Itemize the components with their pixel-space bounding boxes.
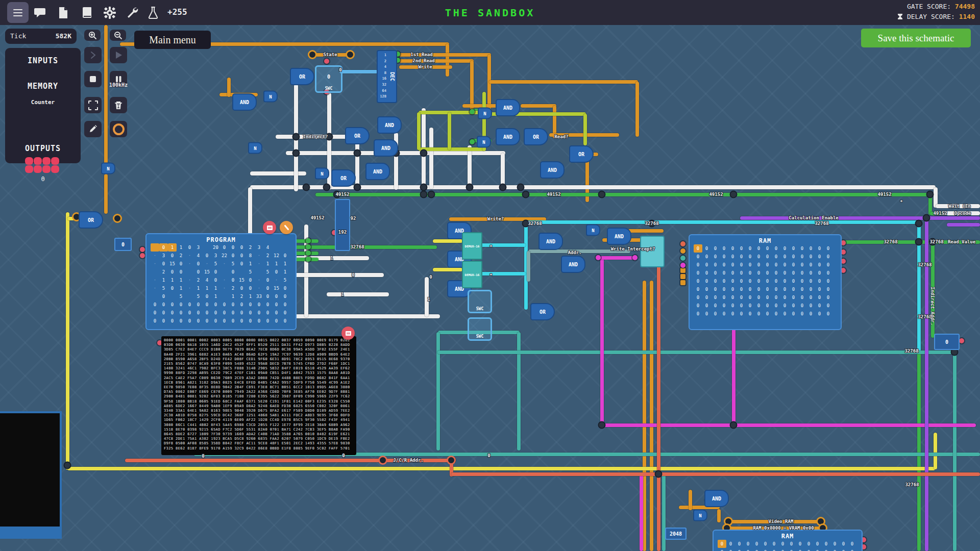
wire-orange[interactable] xyxy=(470,61,474,110)
chat-icon[interactable] xyxy=(32,4,49,21)
file-icon[interactable] xyxy=(55,4,72,21)
wire-white[interactable] xyxy=(429,128,433,189)
counter-component[interactable] xyxy=(25,157,61,173)
tick-counter[interactable]: Tick 582K xyxy=(5,29,77,44)
wire-salmon[interactable] xyxy=(657,262,660,551)
book-icon[interactable] xyxy=(79,4,96,21)
wire-yellow[interactable] xyxy=(433,239,462,243)
zoom-out-button[interactable] xyxy=(110,30,126,41)
wire-lime[interactable] xyxy=(448,112,451,150)
delete-button[interactable] xyxy=(110,97,127,113)
gate-and[interactable]: AND xyxy=(496,99,520,116)
console-screen[interactable] xyxy=(0,411,62,539)
stop-button[interactable] xyxy=(84,71,102,87)
gate-or[interactable]: OR xyxy=(569,145,594,163)
gate-or[interactable]: OR xyxy=(290,68,314,85)
select-tool-button[interactable] xyxy=(84,97,102,113)
write-intercept-component[interactable] xyxy=(640,236,665,267)
wire-yellow[interactable] xyxy=(67,467,935,470)
wire-orange[interactable] xyxy=(521,104,556,108)
gate-not-icon[interactable]: N xyxy=(477,136,491,148)
wire-teal[interactable] xyxy=(436,332,440,450)
wire-cyan[interactable] xyxy=(524,220,920,224)
wire-white[interactable] xyxy=(250,185,936,189)
value-box[interactable]: 0 xyxy=(934,334,960,350)
wire-orange[interactable] xyxy=(568,133,619,137)
gate-or[interactable]: OR xyxy=(79,211,103,229)
wire-white[interactable] xyxy=(286,273,384,277)
edit-tool-button[interactable] xyxy=(84,121,102,137)
wire-green[interactable] xyxy=(315,193,930,196)
value-box[interactable]: 0 xyxy=(114,238,132,251)
wire-purple[interactable] xyxy=(925,218,928,551)
sidebar-item-memory[interactable]: MEMORY xyxy=(5,82,81,91)
hex-memory-panel[interactable]: 0000 0001 0001 0002 0003 0005 0008 000D … xyxy=(161,336,356,455)
wire-purple[interactable] xyxy=(947,223,980,227)
wire-teal[interactable] xyxy=(517,332,521,450)
gate-and[interactable]: AND xyxy=(496,128,520,145)
gate-and[interactable]: AND xyxy=(374,139,398,157)
wire-orange[interactable] xyxy=(104,174,108,214)
wire-magenta[interactable] xyxy=(600,256,635,260)
wire-white[interactable] xyxy=(468,145,472,189)
video-ram-panel[interactable]: RAM00000000000000000000000000000000 xyxy=(713,530,863,551)
wire-teal[interactable] xyxy=(662,474,666,551)
wire-magenta[interactable] xyxy=(600,258,604,426)
wire-slate[interactable] xyxy=(527,251,530,282)
loop-tool-button[interactable] xyxy=(110,121,127,137)
gate-and[interactable]: AND xyxy=(561,256,585,273)
decoder-component[interactable]: 1248163264128DEC xyxy=(377,50,397,103)
gate-not-icon[interactable]: N xyxy=(248,142,262,154)
demux-component[interactable]: DEMUX-16 xyxy=(462,261,482,288)
demux-component[interactable]: DEMUX-16 xyxy=(462,232,482,260)
wire-yellow[interactable] xyxy=(934,433,937,469)
switch-component[interactable]: SWC xyxy=(468,317,492,341)
ram-panel[interactable]: RAM0000000000000000000000000000000000000… xyxy=(689,234,842,330)
wire-teal[interactable] xyxy=(953,349,957,551)
wire-purple[interactable] xyxy=(740,216,980,220)
sidebar-item-outputs[interactable]: OUTPUTS xyxy=(5,144,81,153)
circuit-canvas[interactable]: ANDANDANDANDANDANDANDANDANDANDANDANDANDA… xyxy=(0,25,980,551)
value-box[interactable] xyxy=(335,199,350,251)
step-button[interactable] xyxy=(84,47,102,63)
switch-component[interactable]: 0SWC xyxy=(315,65,342,93)
wire-cyan[interactable] xyxy=(479,243,526,247)
wire-salmon[interactable] xyxy=(451,472,980,476)
wire-orange[interactable] xyxy=(489,80,638,84)
gate-and[interactable]: AND xyxy=(232,93,257,111)
wire-blue_light[interactable] xyxy=(339,70,378,73)
wire-orange[interactable] xyxy=(462,104,498,108)
gate-not-icon[interactable]: N xyxy=(263,91,278,103)
gate-or[interactable]: OR xyxy=(530,303,555,320)
wire-lime[interactable] xyxy=(417,112,421,150)
gate-or[interactable]: OR xyxy=(345,127,370,144)
wire-orange[interactable] xyxy=(650,281,653,551)
wire-orange[interactable] xyxy=(689,490,692,510)
wire-orange[interactable] xyxy=(104,25,108,164)
wire-yellow[interactable] xyxy=(66,212,69,470)
wrench-icon[interactable] xyxy=(124,4,141,21)
gate-not-icon[interactable]: N xyxy=(693,510,707,521)
gate-not-icon[interactable]: N xyxy=(586,224,600,236)
zoom-in-button[interactable] xyxy=(84,30,101,41)
program-memory-panel[interactable]: PROGRAM0110320000234·302·40322008·2120·0… xyxy=(145,233,297,330)
gate-or[interactable]: OR xyxy=(524,128,548,145)
wire-orange[interactable] xyxy=(643,281,646,551)
wire-orange[interactable] xyxy=(399,59,474,63)
gear-icon[interactable] xyxy=(101,4,118,21)
gate-or[interactable]: OR xyxy=(331,169,356,187)
gate-and[interactable]: AND xyxy=(540,161,565,179)
gate-and[interactable]: AND xyxy=(704,490,729,507)
wire-cyan[interactable] xyxy=(479,272,526,276)
wire-lime[interactable] xyxy=(419,111,485,114)
hamburger-menu-icon[interactable] xyxy=(9,4,27,21)
sidebar-item-inputs[interactable]: INPUTS xyxy=(5,56,81,65)
gate-and[interactable]: AND xyxy=(377,116,402,134)
view-memory-button[interactable] xyxy=(341,327,355,340)
wire-orange[interactable] xyxy=(227,78,231,97)
wire-magenta[interactable] xyxy=(640,474,643,551)
wire-lime[interactable] xyxy=(583,114,587,145)
wire-lime[interactable] xyxy=(419,147,485,151)
flask-icon[interactable] xyxy=(144,4,162,21)
gate-not-icon[interactable]: N xyxy=(478,108,492,119)
